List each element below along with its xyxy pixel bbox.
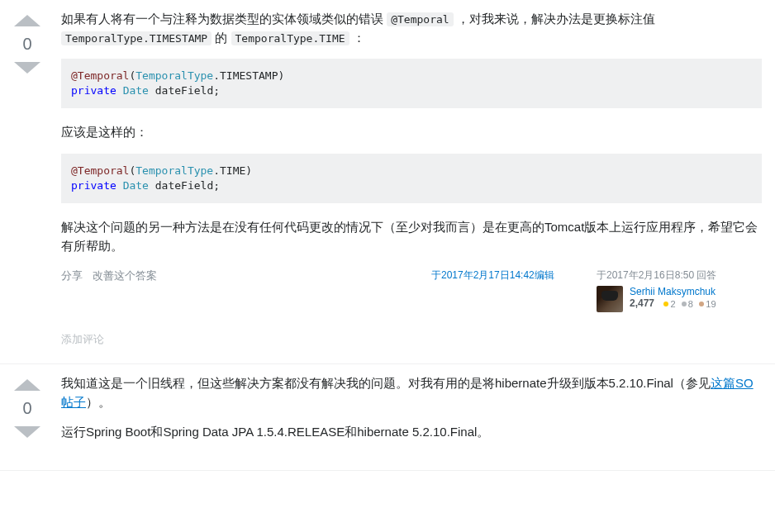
post-menu: 分享 改善这个答案 于2017年2月17日14:42编辑 于2017年2月16日… [61, 268, 762, 312]
answer: 0 我知道这是一个旧线程，但这些解决方案都没有解决我的问题。对我有用的是将hib… [0, 364, 775, 471]
vote-column: 0 [7, 374, 48, 454]
edit-time-link[interactable]: 于2017年2月17日14:42编辑 [431, 269, 554, 281]
user-card: 于2017年2月16日8:50 回答 Serhii Maksymchuk 2,4… [597, 268, 762, 312]
silver-badge-icon [682, 302, 687, 306]
paragraph: 如果有人将有一个与注释为数据类型的实体领域类似的错误 @Temporal ，对我… [61, 10, 762, 47]
upvote-icon[interactable] [14, 379, 40, 391]
downvote-icon[interactable] [14, 426, 40, 438]
answer-body: 我知道这是一个旧线程，但这些解决方案都没有解决我的问题。对我有用的是将hiber… [48, 374, 768, 454]
answer-body: 如果有人将有一个与注释为数据类型的实体领域类似的错误 @Temporal ，对我… [48, 10, 768, 347]
edit-info: 于2017年2月17日14:42编辑 [431, 268, 597, 312]
bronze-count: 19 [706, 299, 716, 309]
text: ，对我来说，解决办法是更换标注值 [454, 12, 655, 26]
share-link[interactable]: 分享 [61, 269, 83, 282]
downvote-icon[interactable] [14, 62, 40, 74]
paragraph: 应该是这样的： [61, 123, 762, 142]
user-meta: Serhii Maksymchuk 2,477 2 8 19 [630, 286, 716, 312]
text: 如果有人将有一个与注释为数据类型的实体领域类似的错误 [61, 12, 387, 26]
vote-column: 0 [7, 10, 48, 347]
paragraph: 我知道这是一个旧线程，但这些解决方案都没有解决我的问题。对我有用的是将hiber… [61, 374, 762, 411]
inline-code: TemporalType.TIME [231, 31, 349, 45]
user-rep-row: 2,477 2 8 19 [630, 297, 716, 309]
reputation: 2,477 [630, 297, 654, 309]
answer-time: 于2017年2月16日8:50 回答 [597, 268, 762, 283]
paragraph: 解决这个问题的另一种方法是在没有任何代码更改的情况下（至少对我而言）是在更高的T… [61, 218, 762, 255]
text: ： [349, 31, 365, 45]
post-text: 我知道这是一个旧线程，但这些解决方案都没有解决我的问题。对我有用的是将hiber… [61, 374, 762, 442]
gold-count: 2 [670, 299, 675, 309]
inline-code: TemporalType.TIMESTAMP [61, 31, 212, 45]
improve-link[interactable]: 改善这个答案 [93, 269, 157, 282]
text: 的 [212, 31, 231, 45]
user-name-link[interactable]: Serhii Maksymchuk [630, 286, 716, 297]
gold-badge-icon [663, 302, 668, 306]
vote-count: 0 [7, 28, 48, 60]
text: 我知道这是一个旧线程，但这些解决方案都没有解决我的问题。对我有用的是将hiber… [61, 376, 711, 390]
vote-count: 0 [7, 392, 48, 425]
answer: 0 如果有人将有一个与注释为数据类型的实体领域类似的错误 @Temporal ，… [0, 0, 775, 364]
text: ）。 [86, 395, 111, 409]
bronze-badge-icon [699, 302, 704, 306]
add-comment-link[interactable]: 添加评论 [61, 332, 762, 347]
code-block: @Temporal(TemporalType.TIMESTAMP) privat… [61, 59, 762, 108]
paragraph: 运行Spring Boot和Spring Data JPA 1.5.4.RELE… [61, 423, 762, 442]
upvote-icon[interactable] [14, 15, 40, 26]
post-actions: 分享 改善这个答案 [61, 268, 164, 312]
avatar[interactable] [597, 286, 623, 312]
silver-count: 8 [688, 299, 693, 309]
post-text: 如果有人将有一个与注释为数据类型的实体领域类似的错误 @Temporal ，对我… [61, 10, 762, 255]
inline-code: @Temporal [387, 12, 453, 26]
code-block: @Temporal(TemporalType.TIME) private Dat… [61, 154, 762, 203]
